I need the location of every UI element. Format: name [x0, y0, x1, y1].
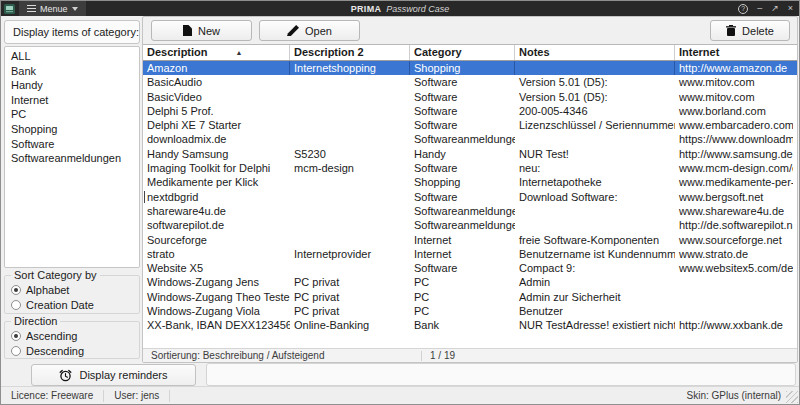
radio-icon[interactable]	[11, 300, 21, 310]
direction-group-title: Direction	[11, 315, 60, 327]
table-row[interactable]: Delphi 5 Prof.Software200-005-4346www.bo…	[143, 104, 797, 118]
column-header-internet[interactable]: Internet	[675, 45, 793, 60]
table-cell: freie Software-Komponenten	[515, 233, 675, 247]
category-item[interactable]: Software	[5, 137, 139, 152]
table-cell: Internet	[410, 247, 515, 261]
resize-grip[interactable]	[786, 391, 798, 403]
radio-icon[interactable]	[11, 285, 21, 295]
skin-status: Skin: GPlus (internal)	[677, 390, 799, 401]
table-cell: www.sourceforge.net	[675, 233, 793, 247]
table-cell: Bank	[410, 318, 515, 332]
table-row[interactable]: BasicAudioSoftwareVersion 5.01 (D5):www.…	[143, 75, 797, 89]
category-item[interactable]: PC	[5, 107, 139, 122]
delete-button[interactable]: Delete	[710, 20, 790, 41]
radio-option[interactable]: Creation Date	[11, 297, 135, 312]
table-cell: Softwareanmeldungen	[410, 218, 515, 232]
table-row[interactable]: SourceforgeInternetfreie Software-Kompon…	[143, 233, 797, 247]
category-item[interactable]: Softwareanmeldungen	[5, 151, 139, 166]
licence-status: Licence: Freeware	[1, 390, 103, 401]
table-row[interactable]: AmazonInternetshoppingShoppinghttp://www…	[143, 61, 797, 75]
menu-button[interactable]: Menue	[19, 1, 86, 16]
new-document-icon	[183, 25, 192, 36]
table-cell: Online-Banking	[290, 318, 410, 332]
close-icon[interactable]: ×	[788, 4, 793, 13]
table-cell: www.mitov.com	[675, 90, 793, 104]
table-row[interactable]: Website X5SoftwareCompact 9:www.websitex…	[143, 261, 797, 275]
table-row[interactable]: softwarepilot.deSoftwareanmeldungenhttp:…	[143, 218, 797, 232]
table-cell: www.mcm-design.com/c...	[675, 161, 793, 175]
column-header-category[interactable]: Category	[410, 45, 515, 60]
table-cell: Download Software:	[515, 190, 675, 204]
sort-group-title: Sort Category by	[11, 269, 100, 281]
column-header-label: Internet	[679, 45, 719, 60]
category-filter-label: Display items of category:	[4, 20, 140, 44]
table-cell: www.borland.com	[675, 104, 793, 118]
table-cell	[290, 118, 410, 132]
radio-option[interactable]: Ascending	[11, 328, 135, 343]
table-header: Description▲Description 2CategoryNotesIn…	[143, 45, 797, 61]
column-header-label: Category	[414, 45, 462, 60]
table-cell: strato	[143, 247, 290, 261]
table-cell: PC privat	[290, 290, 410, 304]
table-row[interactable]: nextdbgridSoftwareDownload Software:www.…	[143, 190, 797, 204]
column-header-description-2[interactable]: Description 2	[290, 45, 410, 60]
minimize-icon[interactable]: –	[757, 4, 762, 13]
direction-group: Direction AscendingDescending	[4, 315, 140, 359]
table-cell: Handy Samsung	[143, 147, 290, 161]
new-button[interactable]: New	[151, 20, 252, 41]
radio-option[interactable]: Descending	[11, 343, 135, 358]
help-icon[interactable]: ?	[738, 4, 748, 14]
category-item[interactable]: ALL	[5, 49, 139, 64]
table-row[interactable]: BasicVideoSoftwareVersion 5.01 (D5):www.…	[143, 90, 797, 104]
open-button[interactable]: Open	[259, 20, 360, 41]
statusbar-divider	[169, 390, 170, 402]
table-cell: Softwareanmeldungen	[410, 204, 515, 218]
table-row[interactable]: Imaging Toolkit for Delphimcm-designSoft…	[143, 161, 797, 175]
category-item[interactable]: Handy	[5, 78, 139, 93]
radio-option[interactable]: Alphabet	[11, 282, 135, 297]
table-cell	[290, 233, 410, 247]
table-cell: Lizenzschlüssel / Seriennummer:	[515, 118, 675, 132]
table-row[interactable]: Windows-Zugang ViolaPC privatPCBenutzer	[143, 304, 797, 318]
category-item[interactable]: Bank	[5, 64, 139, 79]
table-cell: PC	[410, 290, 515, 304]
column-header-notes[interactable]: Notes	[515, 45, 675, 60]
table-row[interactable]: XX-Bank, IBAN DEXX123456700...Online-Ban…	[143, 318, 797, 332]
table-row[interactable]: shareware4u.deSoftwareanmeldungenwww.sha…	[143, 204, 797, 218]
radio-icon[interactable]	[11, 331, 21, 341]
table-row[interactable]: stratoInternetproviderInternetBenutzerna…	[143, 247, 797, 261]
table-row[interactable]: Medikamente per KlickShoppingInternetapo…	[143, 175, 797, 189]
display-reminders-button[interactable]: Display reminders	[31, 364, 196, 386]
window-title: PRIMAPassword Case	[1, 4, 799, 14]
category-item[interactable]: Internet	[5, 93, 139, 108]
table-cell	[675, 290, 793, 304]
table-cell: Windows-Zugang Viola	[143, 304, 290, 318]
maximize-icon[interactable]: ↗	[771, 4, 779, 13]
app-subtitle: Password Case	[386, 4, 449, 14]
table-cell	[675, 304, 793, 318]
table-cell: S5230	[290, 147, 410, 161]
column-header-description[interactable]: Description▲	[143, 45, 290, 60]
table-row[interactable]: downloadmix.deSoftwareanmeldungenhttps:/…	[143, 132, 797, 146]
table-cell: Admin	[515, 275, 675, 289]
table-row[interactable]: Delphi XE 7 StarterSoftwareLizenzschlüss…	[143, 118, 797, 132]
title-bar: Menue PRIMAPassword Case ? – ↗ ×	[1, 1, 799, 16]
table-cell: PC	[410, 304, 515, 318]
table-row[interactable]: Handy SamsungS5230HandyNUR Test!http://w…	[143, 147, 797, 161]
table-cell: www.shareware4u.de	[675, 204, 793, 218]
table-cell: www.embarcadero.com	[675, 118, 793, 132]
category-item[interactable]: Shopping	[5, 122, 139, 137]
table-cell: PC privat	[290, 275, 410, 289]
table-cell: PC privat	[290, 304, 410, 318]
table-cell: Internet	[410, 233, 515, 247]
table-cell: BasicVideo	[143, 90, 290, 104]
table-cell: Shopping	[410, 61, 515, 75]
table-cell	[290, 218, 410, 232]
radio-icon[interactable]	[11, 346, 21, 356]
table-cell: http://www.amazon.de	[675, 61, 793, 75]
table-row[interactable]: Windows-Zugang Theo TesterPC privatPCAdm…	[143, 290, 797, 304]
table-cell: Software	[410, 118, 515, 132]
table-cell	[515, 204, 675, 218]
table-row[interactable]: Windows-Zugang JensPC privatPCAdmin	[143, 275, 797, 289]
table-cell	[290, 190, 410, 204]
